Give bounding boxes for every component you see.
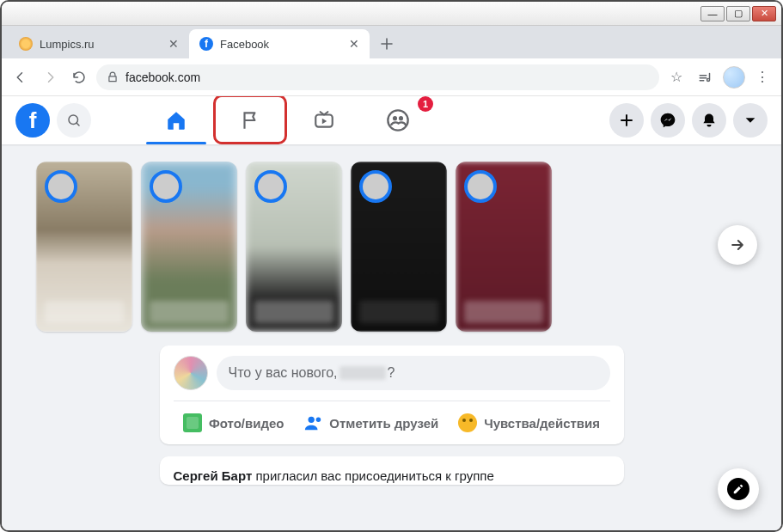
nav-tab-pages[interactable] [217, 98, 284, 143]
nav-reload-button[interactable] [67, 65, 91, 89]
composer-action-label: Отметить друзей [329, 416, 438, 431]
arrow-left-icon [13, 70, 28, 85]
nav-tab-watch[interactable] [291, 98, 358, 143]
story-avatar [254, 170, 287, 203]
story-avatar [45, 170, 77, 203]
profile-avatar-button[interactable] [723, 66, 745, 89]
arrow-right-icon [42, 70, 58, 85]
browser-tab-facebook[interactable]: f Facebook ✕ [189, 29, 370, 58]
compose-icon [727, 478, 749, 500]
address-bar[interactable]: facebook.com [96, 64, 659, 90]
flag-icon [239, 109, 261, 131]
new-tab-button[interactable] [375, 32, 399, 56]
browser-toolbar: facebook.com ☆ ⋮ [2, 58, 781, 96]
invite-text: пригласил вас присоединиться к группе [252, 468, 493, 483]
music-note-icon [698, 70, 713, 85]
story-card[interactable] [456, 162, 552, 332]
svg-point-3 [393, 116, 397, 120]
media-control-button[interactable] [694, 65, 718, 89]
favicon-lumpics [19, 37, 33, 51]
story-username [254, 301, 333, 323]
tag-friends-icon [303, 413, 322, 432]
star-icon: ☆ [670, 69, 682, 85]
composer-card: Что у вас нового, ? Фото/видео Отметить … [160, 345, 624, 444]
svg-point-4 [399, 116, 403, 120]
notifications-button[interactable] [692, 103, 726, 138]
home-icon [165, 109, 187, 131]
composer-placeholder-prefix: Что у вас нового, [229, 365, 338, 381]
window-close-button[interactable]: ✕ [752, 6, 776, 21]
reload-icon [71, 70, 87, 85]
search-icon [66, 113, 82, 128]
plus-icon [381, 38, 393, 50]
messenger-icon [659, 112, 676, 129]
groups-icon [386, 108, 410, 132]
composer-placeholder-suffix: ? [388, 365, 395, 381]
composer-action-tag-friends[interactable]: Отметить друзей [295, 407, 447, 439]
facebook-header: f 1 [2, 96, 781, 144]
nav-tab-groups[interactable]: 1 [364, 98, 431, 143]
story-username [45, 301, 124, 323]
story-card[interactable] [351, 162, 447, 332]
story-card[interactable] [141, 162, 237, 332]
story-username [464, 301, 543, 323]
composer-placeholder-name-blurred [340, 366, 386, 380]
tab-close-icon[interactable]: ✕ [349, 37, 359, 51]
caret-down-icon [743, 113, 757, 127]
favicon-facebook: f [199, 37, 213, 51]
window-minimize-button[interactable]: — [700, 6, 725, 21]
new-message-fab[interactable] [718, 468, 759, 510]
browser-tab-lumpics[interactable]: Lumpics.ru ✕ [9, 29, 189, 58]
composer-action-photo[interactable]: Фото/видео [174, 407, 293, 439]
story-avatar [464, 170, 497, 203]
notification-badge: 1 [418, 96, 433, 112]
create-button[interactable] [609, 103, 644, 138]
nav-tab-home[interactable] [143, 98, 210, 143]
stories-next-button[interactable] [718, 225, 757, 265]
lock-icon [107, 71, 119, 83]
nav-back-button[interactable] [9, 65, 33, 89]
group-invite-card[interactable]: Сергей Барт пригласил вас присоединиться… [160, 456, 624, 485]
facebook-search-button[interactable] [57, 103, 91, 138]
messenger-button[interactable] [651, 103, 685, 138]
story-avatar [359, 170, 392, 203]
svg-point-5 [309, 417, 315, 423]
invite-inviter-name: Сергей Барт [174, 468, 253, 483]
address-text: facebook.com [125, 70, 200, 84]
watch-icon [313, 109, 335, 131]
tab-title: Facebook [220, 38, 342, 51]
story-username [150, 301, 229, 323]
bell-icon [700, 112, 718, 129]
kebab-menu-icon: ⋮ [755, 69, 769, 85]
page-viewport: f 1 [2, 96, 781, 530]
story-card[interactable] [36, 162, 132, 332]
composer-action-label: Чувства/действия [484, 416, 600, 431]
window-titlebar: — ▢ ✕ [2, 2, 781, 26]
composer-input[interactable]: Что у вас нового, ? [217, 356, 610, 390]
browser-menu-button[interactable]: ⋮ [750, 65, 774, 89]
window-maximize-button[interactable]: ▢ [726, 6, 750, 21]
browser-tab-strip: Lumpics.ru ✕ f Facebook ✕ [2, 26, 781, 58]
composer-avatar[interactable] [174, 356, 208, 390]
nav-forward-button[interactable] [38, 65, 62, 89]
tab-title: Lumpics.ru [40, 38, 162, 51]
account-menu-button[interactable] [733, 103, 768, 138]
svg-point-6 [316, 418, 321, 423]
bookmark-star-button[interactable]: ☆ [664, 65, 688, 89]
composer-action-feeling[interactable]: Чувства/действия [450, 407, 609, 439]
composer-action-label: Фото/видео [209, 416, 284, 431]
arrow-right-icon [729, 236, 746, 254]
photo-video-icon [183, 413, 202, 432]
tab-close-icon[interactable]: ✕ [168, 37, 179, 51]
plus-icon [619, 113, 634, 128]
story-card[interactable] [246, 162, 342, 332]
svg-point-2 [388, 110, 407, 130]
story-avatar [150, 170, 182, 203]
feeling-icon [458, 413, 477, 432]
facebook-logo[interactable]: f [15, 103, 50, 138]
stories-row [2, 144, 781, 345]
story-username [359, 301, 438, 323]
